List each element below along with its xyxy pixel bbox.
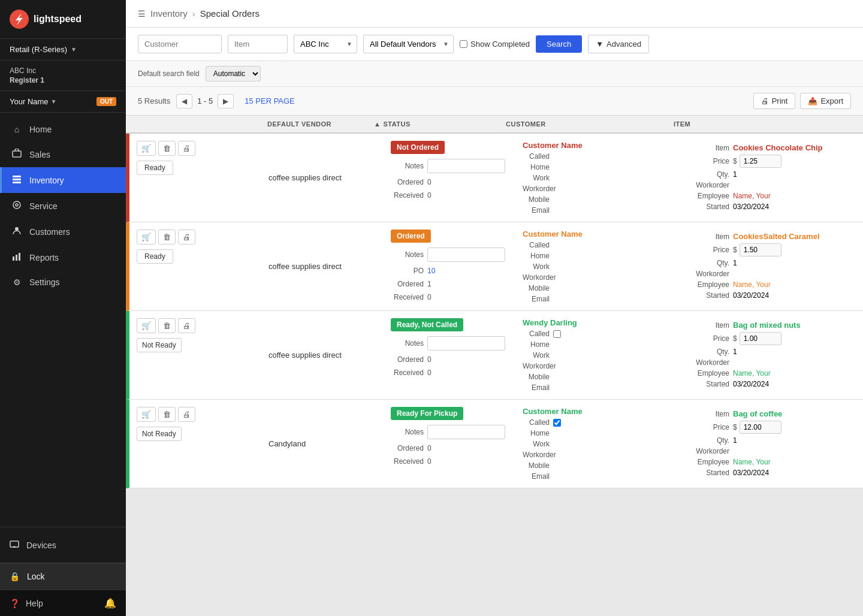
table-row: 🛒 🗑 🖨 Not Ready coffee supplies direct R… bbox=[126, 311, 863, 400]
notes-input[interactable] bbox=[427, 247, 505, 262]
user-status-badge: OUT bbox=[96, 97, 116, 106]
price-input[interactable] bbox=[740, 155, 781, 168]
started-value: 03/20/2024 bbox=[733, 469, 769, 477]
ordered-label: Ordered bbox=[391, 355, 424, 364]
sidebar-item-customers[interactable]: Customers bbox=[0, 219, 126, 244]
print-row-button[interactable]: 🖨 bbox=[178, 407, 195, 422]
search-button[interactable]: Search bbox=[536, 35, 582, 53]
employee-link[interactable]: Name, Your bbox=[733, 192, 771, 200]
item-search-input[interactable] bbox=[228, 35, 288, 53]
print-row-button[interactable]: 🖨 bbox=[178, 230, 195, 244]
advanced-button[interactable]: ▼ Advanced bbox=[588, 35, 649, 53]
delete-button[interactable]: 🗑 bbox=[158, 318, 176, 333]
notes-label: Notes bbox=[391, 250, 424, 259]
row1-item: ItemCookies Chocolate Chip Price $ Qty.1… bbox=[683, 134, 863, 222]
vendor-name: Candyland bbox=[268, 439, 306, 448]
notes-input[interactable] bbox=[427, 159, 505, 173]
all-vendors-select[interactable]: All Default Vendors Specific Vendor bbox=[363, 35, 454, 53]
col-header-status[interactable]: ▲ STATUS bbox=[374, 120, 506, 128]
print-button[interactable]: 🖨 Print bbox=[753, 93, 796, 109]
table-row: 🛒 🗑 🖨 Ready coffee supplies direct Not O… bbox=[126, 134, 863, 222]
sidebar-item-devices[interactable]: Devices bbox=[0, 532, 126, 558]
sort-arrow-icon: ▲ bbox=[374, 120, 381, 128]
col-header-item: ITEM bbox=[674, 120, 853, 128]
export-button[interactable]: 📤 Export bbox=[800, 93, 851, 109]
row3-notes-field: Notes bbox=[391, 336, 508, 351]
item-name-link[interactable]: Cookies Chocolate Chip bbox=[733, 143, 823, 152]
started-value: 03/20/2024 bbox=[733, 291, 769, 300]
next-page-button[interactable]: ▶ bbox=[218, 94, 234, 108]
sidebar-item-service[interactable]: Service bbox=[0, 193, 126, 219]
sidebar-item-sales[interactable]: Sales bbox=[0, 141, 126, 167]
cart-button[interactable]: 🛒 bbox=[137, 230, 156, 244]
price-input[interactable] bbox=[740, 332, 781, 345]
delete-button[interactable]: 🗑 bbox=[158, 230, 176, 244]
breadcrumb: ☰ Inventory › Special Orders bbox=[126, 0, 863, 28]
print-row-button[interactable]: 🖨 bbox=[178, 318, 195, 333]
customer-name-link[interactable]: Customer Name bbox=[523, 407, 583, 416]
lock-button[interactable]: 🔒 Lock bbox=[0, 563, 126, 590]
po-label: PO bbox=[391, 267, 424, 275]
sidebar-item-inventory[interactable]: Inventory bbox=[0, 167, 126, 193]
sidebar-item-reports[interactable]: Reports bbox=[0, 244, 126, 270]
ordered-value: 0 bbox=[427, 178, 432, 186]
customer-name-link[interactable]: Customer Name bbox=[523, 141, 583, 150]
per-page-link[interactable]: 15 PER PAGE bbox=[245, 96, 295, 105]
delete-button[interactable]: 🗑 bbox=[158, 407, 176, 422]
lock-icon: 🔒 bbox=[10, 572, 20, 581]
all-vendors-select-wrap: All Default Vendors Specific Vendor ▼ bbox=[363, 35, 454, 53]
qty-value: 1 bbox=[733, 348, 737, 356]
row1-ordered-field: Ordered 0 bbox=[391, 178, 508, 186]
cart-button[interactable]: 🛒 bbox=[137, 407, 156, 422]
price-input[interactable] bbox=[740, 243, 781, 256]
svg-point-7 bbox=[15, 227, 19, 231]
print-row-button[interactable]: 🖨 bbox=[178, 141, 195, 156]
not-ready-status-button[interactable]: Not Ready bbox=[137, 338, 182, 352]
price-input[interactable] bbox=[740, 421, 781, 434]
sidebar-item-label: Settings bbox=[29, 277, 60, 287]
logo-area: lightspeed bbox=[0, 0, 126, 38]
item-name-link[interactable]: Bag of mixed nuts bbox=[733, 321, 801, 330]
cart-button[interactable]: 🛒 bbox=[137, 318, 156, 333]
notes-input[interactable] bbox=[427, 425, 505, 439]
vendor-name: coffee supplies direct bbox=[268, 351, 342, 360]
item-name-link[interactable]: CookiesSalted Caramel bbox=[733, 232, 820, 241]
vendor-select[interactable]: ABC Inc All Vendors bbox=[294, 35, 357, 53]
row2-item: ItemCookiesSalted Caramel Price $ Qty.1 … bbox=[683, 222, 863, 310]
called-checkbox[interactable] bbox=[553, 330, 561, 338]
sidebar-item-home[interactable]: ⌂ Home bbox=[0, 117, 126, 141]
row3-received-field: Received 0 bbox=[391, 369, 508, 377]
sidebar-item-settings[interactable]: ⚙ Settings bbox=[0, 270, 126, 294]
customer-name-link[interactable]: Wendy Darling bbox=[523, 318, 577, 327]
store-selector[interactable]: Retail (R-Series) ▼ bbox=[0, 38, 126, 61]
export-icon: 📤 bbox=[808, 96, 817, 105]
table-row: 🛒 🗑 🖨 Ready coffee supplies direct Order… bbox=[126, 222, 863, 311]
prev-page-button[interactable]: ◀ bbox=[176, 94, 192, 108]
breadcrumb-parent[interactable]: Inventory bbox=[150, 8, 188, 19]
employee-link[interactable]: Name, Your bbox=[733, 280, 771, 289]
customer-search-input[interactable] bbox=[138, 35, 222, 53]
employee-link[interactable]: Name, Your bbox=[733, 458, 771, 466]
employee-link[interactable]: Name, Your bbox=[733, 369, 771, 378]
row1-action-icons: 🛒 🗑 🖨 bbox=[137, 141, 195, 156]
ordered-value: 1 bbox=[427, 280, 432, 288]
search-options-select[interactable]: Automatic Name Email Phone bbox=[206, 66, 261, 81]
notes-input[interactable] bbox=[427, 336, 505, 351]
row3-vendor: coffee supplies direct bbox=[261, 311, 384, 399]
ready-status-button[interactable]: Ready bbox=[137, 161, 173, 175]
sidebar-item-label: Customers bbox=[29, 227, 70, 237]
notes-label: Notes bbox=[391, 339, 424, 348]
ready-status-button[interactable]: Ready bbox=[137, 249, 173, 264]
row2-received-field: Received 0 bbox=[391, 293, 508, 301]
row4-customer: Customer Name Called Home Work Workorder… bbox=[515, 400, 683, 488]
item-name-link[interactable]: Bag of coffee bbox=[733, 409, 782, 418]
notification-bell-icon[interactable]: 🔔 bbox=[104, 597, 116, 609]
po-link[interactable]: 10 bbox=[427, 267, 435, 275]
cart-button[interactable]: 🛒 bbox=[137, 141, 156, 156]
show-completed-checkbox[interactable] bbox=[460, 40, 467, 48]
delete-button[interactable]: 🗑 bbox=[158, 141, 176, 156]
called-checkbox[interactable] bbox=[553, 419, 561, 427]
not-ready-status-button[interactable]: Not Ready bbox=[137, 427, 182, 441]
customer-name-link[interactable]: Customer Name bbox=[523, 230, 583, 238]
user-area[interactable]: Your Name ▼ OUT bbox=[0, 91, 126, 113]
